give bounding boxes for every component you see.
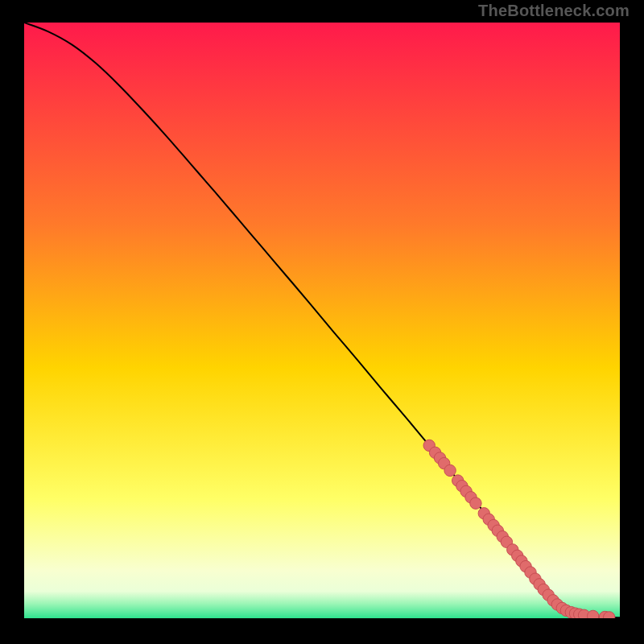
chart-svg — [24, 23, 620, 618]
chart-point — [588, 610, 599, 618]
chart-point — [444, 464, 456, 476]
chart-plot-area — [24, 23, 620, 618]
chart-gradient-bg — [24, 23, 620, 618]
attribution-text: TheBottleneck.com — [478, 2, 630, 20]
chart-point — [470, 497, 481, 509]
